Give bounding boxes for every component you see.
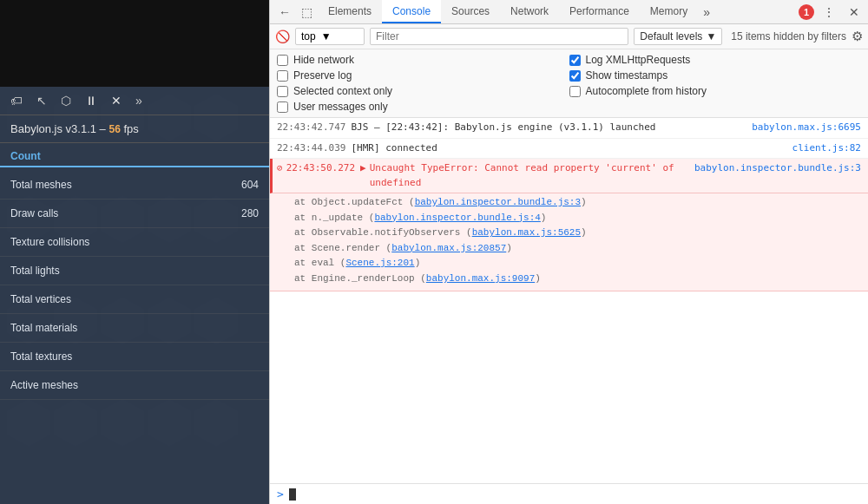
close-icon[interactable]: ✕ — [108, 92, 125, 109]
log-xml-option[interactable]: Log XMLHttpRequests — [569, 53, 862, 67]
console-filter-row: 🚫 top ▼ Default levels ▼ 15 items hidden… — [275, 28, 863, 45]
context-dropdown-arrow: ▼ — [321, 30, 332, 43]
console-toolbar: 🚫 top ▼ Default levels ▼ 15 items hidden… — [270, 24, 868, 49]
more-icon[interactable]: » — [132, 92, 146, 109]
stat-row[interactable]: Total textures — [0, 343, 269, 371]
no-entry-icon[interactable]: 🚫 — [275, 29, 290, 43]
hide-network-label: Hide network — [293, 54, 354, 66]
inspector-overlay: 🏷 ↖ ⬡ ⏸ ✕ » Babylon.js v3.1.1 – 56 fps C… — [0, 87, 269, 504]
stack-line: at Engine._renderLoop (babylon.max.js:90… — [294, 272, 861, 287]
hide-network-option[interactable]: Hide network — [277, 53, 569, 67]
autocomplete-checkbox[interactable] — [569, 86, 581, 97]
user-messages-label: User messages only — [293, 101, 388, 113]
preserve-log-label: Preserve log — [293, 69, 352, 82]
autocomplete-label: Autocomplete from history — [586, 85, 707, 97]
error-arrow-icon[interactable]: ▶ — [360, 161, 366, 176]
preserve-log-checkbox[interactable] — [277, 70, 288, 82]
show-timestamps-option[interactable]: Show timestamps — [569, 69, 862, 82]
options-right: Log XMLHttpRequests Show timestamps Auto… — [569, 53, 862, 114]
stack-source-link[interactable]: babylon.inspector.bundle.js:4 — [374, 213, 540, 223]
source-link[interactable]: client.js:82 — [792, 141, 861, 156]
hidden-items-label: 15 items hidden by filters — [731, 30, 846, 43]
source-link[interactable]: babylon.max.js:6695 — [752, 121, 861, 135]
log-entry: 22:43:42.747BJS – [22:43:42]: Babylon.js… — [270, 118, 868, 139]
tab-elements[interactable]: Elements — [318, 0, 382, 23]
fps-suffix: fps — [121, 122, 139, 135]
inspector-toolbar: 🏷 ↖ ⬡ ⏸ ✕ » — [0, 87, 269, 115]
options-left: Hide network Preserve log Selected conte… — [277, 53, 569, 114]
show-timestamps-checkbox[interactable] — [569, 70, 581, 82]
stack-source-link[interactable]: babylon.max.js:5625 — [472, 227, 581, 238]
error-badge: 1 — [799, 4, 814, 20]
stack-line: at Scene.render (babylon.max.js:20857) — [294, 241, 861, 257]
stat-row[interactable]: Texture collisions — [0, 228, 269, 257]
tab-sources[interactable]: Sources — [441, 0, 500, 23]
autocomplete-option[interactable]: Autocomplete from history — [569, 84, 862, 98]
selected-context-option[interactable]: Selected context only — [277, 84, 569, 98]
fps-label: Babylon.js v3.1.1 – — [10, 122, 108, 135]
babylon-inspector-panel: 🏷 ↖ ⬡ ⏸ ✕ » Babylon.js v3.1.1 – 56 fps C… — [0, 0, 269, 504]
selected-context-label: Selected context only — [293, 85, 392, 97]
stats-header: Count — [0, 143, 269, 167]
stack-source-link[interactable]: babylon.max.js:20857 — [391, 243, 506, 253]
default-levels-label: Default levels — [640, 30, 702, 43]
console-options: Hide network Preserve log Selected conte… — [270, 49, 868, 118]
tag-icon[interactable]: 🏷 — [7, 92, 26, 109]
console-prompt-icon: > — [277, 488, 284, 501]
console-output[interactable]: 22:43:42.747BJS – [22:43:42]: Babylon.js… — [270, 118, 868, 483]
console-input-row: > — [270, 483, 868, 504]
stats-section: Count Total meshes604Draw calls280Textur… — [0, 143, 269, 504]
tab-right-actions: 1 ⋮ ✕ — [799, 2, 865, 23]
tab-memory[interactable]: Memory — [640, 0, 698, 23]
tab-performance[interactable]: Performance — [559, 0, 640, 23]
console-cursor[interactable] — [289, 488, 296, 501]
stack-source-link[interactable]: babylon.max.js:9097 — [426, 273, 535, 284]
context-value: top — [301, 30, 316, 43]
dots-menu-icon[interactable]: ⋮ — [818, 2, 840, 23]
popup-icon[interactable]: ⬡ — [57, 92, 75, 109]
stack-source-link[interactable]: babylon.inspector.bundle.js:3 — [415, 197, 581, 207]
log-xml-checkbox[interactable] — [569, 55, 581, 66]
top-black-area — [0, 0, 269, 87]
hide-network-checkbox[interactable] — [277, 55, 288, 66]
stack-line: at n._update (babylon.inspector.bundle.j… — [294, 211, 861, 226]
stack-line: at eval (Scene.js:201) — [294, 256, 861, 272]
tab-console[interactable]: Console — [382, 0, 441, 23]
fps-display: Babylon.js v3.1.1 – 56 fps — [0, 115, 269, 143]
devtools-tab-bar: ← ⬚ Elements Console Sources Network Per… — [270, 0, 868, 24]
stat-row[interactable]: Total vertices — [0, 285, 269, 314]
cursor-icon[interactable]: ↖ — [33, 92, 50, 109]
settings-gear-icon[interactable]: ⚙ — [852, 29, 863, 44]
error-log-entry: ⊘ 22:43:50.272 ▶ Uncaught TypeError: Can… — [270, 159, 868, 193]
show-timestamps-label: Show timestamps — [586, 69, 668, 82]
stack-source-link[interactable]: Scene.js:201 — [345, 258, 414, 268]
stack-line: at Observable.notifyObservers (babylon.m… — [294, 226, 861, 241]
inspector-icon[interactable]: ⬚ — [296, 2, 318, 23]
error-circle-icon: ⊘ — [277, 161, 283, 176]
stat-row[interactable]: Total materials — [0, 314, 269, 343]
stack-line: at Object.updateFct (babylon.inspector.b… — [294, 195, 861, 211]
preserve-log-option[interactable]: Preserve log — [277, 69, 569, 82]
default-levels-select[interactable]: Default levels ▼ — [634, 28, 722, 45]
stack-trace: at Object.updateFct (babylon.inspector.b… — [270, 193, 868, 291]
pause-icon[interactable]: ⏸ — [82, 92, 101, 109]
stat-row[interactable]: Total lights — [0, 257, 269, 285]
close-devtools-icon[interactable]: ✕ — [844, 2, 865, 23]
log-entry: 22:43:44.039[HMR] connectedclient.js:82 — [270, 139, 868, 160]
stat-row[interactable]: Draw calls280 — [0, 200, 269, 228]
back-icon[interactable]: ← — [273, 2, 296, 23]
stat-row[interactable]: Total meshes604 — [0, 171, 269, 200]
tab-network[interactable]: Network — [500, 0, 559, 23]
stat-row[interactable]: Active meshes — [0, 371, 269, 400]
user-messages-option[interactable]: User messages only — [277, 100, 569, 114]
console-filter-input[interactable] — [370, 28, 628, 45]
log-xml-label: Log XMLHttpRequests — [586, 54, 691, 66]
more-tabs-icon[interactable]: » — [698, 2, 715, 23]
hexagon-background: 🏷 ↖ ⬡ ⏸ ✕ » Babylon.js v3.1.1 – 56 fps C… — [0, 87, 269, 504]
selected-context-checkbox[interactable] — [277, 86, 288, 97]
user-messages-checkbox[interactable] — [277, 101, 288, 113]
context-select[interactable]: top ▼ — [295, 28, 365, 45]
levels-dropdown-arrow: ▼ — [706, 30, 716, 43]
error-main-line: ⊘ 22:43:50.272 ▶ Uncaught TypeError: Can… — [270, 159, 868, 193]
error-source-link[interactable]: babylon.inspector.bundle.js:3 — [694, 161, 861, 176]
